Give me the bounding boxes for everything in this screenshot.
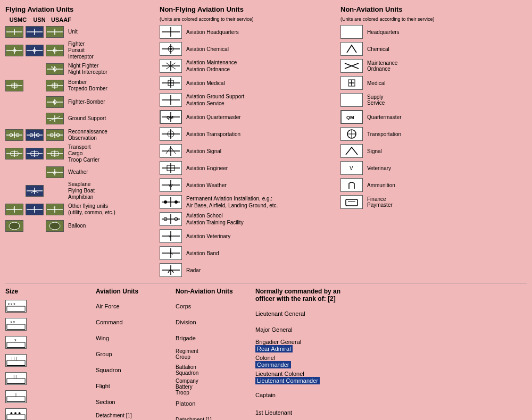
usaaf-fb-icon: B (46, 96, 64, 108)
na-row-hq: Headquarters (340, 24, 489, 39)
non-aviation-section: Non-Aviation Units (Units are colored ac… (340, 5, 489, 280)
unit-row-bomber: BomberTorpedo Bomber (5, 78, 160, 93)
usmc-gs-icon (5, 113, 23, 124)
rank-lt-col-label: Lieutenant Colonel (255, 371, 304, 377)
na-label-medical: Medical (367, 80, 385, 86)
unit-label-unit: Unit (68, 29, 78, 35)
bottom-non-aviation-header: Non-Aviation Units (176, 288, 250, 295)
svg-text:| |: | | (13, 374, 16, 379)
non-aviation-battalion: BattalionSquadron (176, 362, 250, 378)
size-icon-flight: | (5, 390, 27, 403)
size-icon-airforce: x x x (5, 300, 27, 313)
unit-row-balloon: Balloon (5, 219, 160, 233)
rank-commander-label: Commander (255, 361, 291, 368)
na-row-ammo: Ammunition (340, 178, 489, 192)
aviation-wing: Wing (96, 330, 170, 346)
size-row-group: | | | (5, 352, 90, 368)
nf-icon-maint (160, 59, 182, 73)
usmc-transport-icon (5, 148, 23, 159)
nf-row-aw: W Aviation Weather (160, 178, 340, 192)
nf-icon-radar (160, 263, 182, 277)
rank-1lt-label: 1st Lieutenant (255, 409, 292, 416)
usmc-weather-icon (5, 166, 23, 178)
non-flying-title: Non-Flying Aviation Units (160, 5, 340, 13)
aviation-wing-label: Wing (96, 332, 109, 345)
usn-night-icon (26, 63, 44, 75)
branch-usn: USN (30, 16, 49, 23)
svg-point-68 (49, 222, 60, 230)
size-icon-squadron: | | (5, 372, 27, 385)
na-icon-vet: V (340, 161, 363, 175)
usaaf-bomber-icon (46, 80, 64, 91)
nf-label-hq: Aviation Headquarters (186, 29, 239, 36)
aviation-detachment-label: Detachment [1]Unit of undetermined size (96, 410, 156, 420)
usaaf-night-icon: N (46, 63, 64, 75)
usaaf-unit-icon (46, 26, 64, 38)
unit-label-balloon: Balloon (68, 223, 86, 229)
unit-icons-fighter (5, 45, 64, 56)
svg-point-142 (14, 412, 16, 414)
size-icon-section (5, 408, 27, 420)
rank-lt-col: Lieutenant Colonel Lieutenant Commander (255, 369, 527, 385)
svg-text:?: ? (53, 206, 55, 209)
usmc-balloon-icon (5, 220, 23, 232)
unit-row-gs: Ground Support (5, 111, 160, 126)
na-label-trans: Transportation (367, 131, 401, 137)
aviation-flight: Flight (96, 378, 170, 394)
svg-text:x x: x x (11, 320, 15, 324)
nf-icon-chem (160, 42, 182, 56)
rank-brig-gen: Brigadier General Rear Admiral (255, 338, 527, 354)
rank-maj-gen: Major General (255, 322, 527, 338)
unit-row-transport: TransportCargoTroop Carrier (5, 144, 160, 163)
aviation-group-label: Group (96, 348, 112, 360)
rank-colonel: Colonel Commander (255, 354, 527, 369)
usn-fb-icon (26, 96, 44, 108)
aviation-detachment: Detachment [1]Unit of undetermined size (96, 410, 170, 420)
unit-icons-bomber (5, 80, 64, 91)
size-icon-group: | | | (5, 354, 27, 367)
nf-icon-vet: V (160, 229, 182, 243)
usaaf-fighter-icon (46, 45, 64, 56)
nf-label-trans: Aviation Transportation (186, 131, 240, 138)
non-flying-subtitle: (Units are colored according to their se… (160, 16, 340, 22)
unit-label-seaplane: SeaplaneFlying BoatAmphibian (68, 181, 95, 200)
unit-row-fighter-bomber: B Fighter-Bomber (5, 95, 160, 110)
svg-rect-134 (7, 342, 25, 348)
na-row-vet: V Veterinary (340, 161, 489, 175)
usaaf-transport-icon (46, 148, 64, 159)
svg-rect-132 (7, 324, 25, 330)
nf-label-medical: Aviation Medical (186, 80, 225, 87)
unit-label-fb: Fighter-Bomber (68, 99, 105, 105)
usaaf-weather-icon: W (46, 166, 64, 178)
usn-bomber-icon (26, 80, 44, 91)
nf-icon-install (160, 195, 182, 209)
non-aviation-title: Non-Aviation Units (340, 5, 489, 13)
svg-point-105 (174, 200, 178, 204)
svg-text:?: ? (33, 206, 35, 209)
size-row-flight: | (5, 389, 90, 405)
nf-row-trans: Aviation Transportation (160, 127, 340, 141)
svg-text:W: W (53, 171, 56, 174)
nf-icon-band (160, 246, 182, 260)
rank-captain: Captain (255, 385, 527, 405)
svg-text:x x x: x x x (8, 302, 15, 306)
non-aviation-corps: Corps (176, 298, 250, 314)
unit-icons-unit (5, 26, 64, 38)
unit-icons-seaplane (5, 185, 64, 197)
nf-row-band: Aviation Band (160, 246, 340, 261)
non-aviation-subtitle: (Units are colored according to their se… (340, 16, 489, 22)
bottom-non-aviation-list: Corps Division Brigade RegimentGroup Bat… (176, 298, 250, 420)
aviation-group: Group (96, 346, 170, 362)
na-icon-medical (340, 76, 363, 90)
nf-row-install: Permanent Aviation Installation, e.g.:Ai… (160, 195, 340, 209)
na-label-hq: Headquarters (367, 29, 400, 35)
unit-label-night-fighter: Night FighterNight Interceptor (68, 63, 107, 75)
svg-rect-140 (7, 397, 25, 402)
unit-label-transport: TransportCargoTroop Carrier (68, 144, 99, 163)
aviation-airforce-label: Air Force (96, 300, 120, 313)
unit-icons-transport (5, 148, 64, 159)
usn-transport-icon (26, 148, 44, 159)
aviation-section: Section (96, 394, 170, 410)
non-aviation-platoon: Platoon (176, 396, 250, 411)
na-row-maint: MaintenanceOrdnance (340, 58, 489, 73)
